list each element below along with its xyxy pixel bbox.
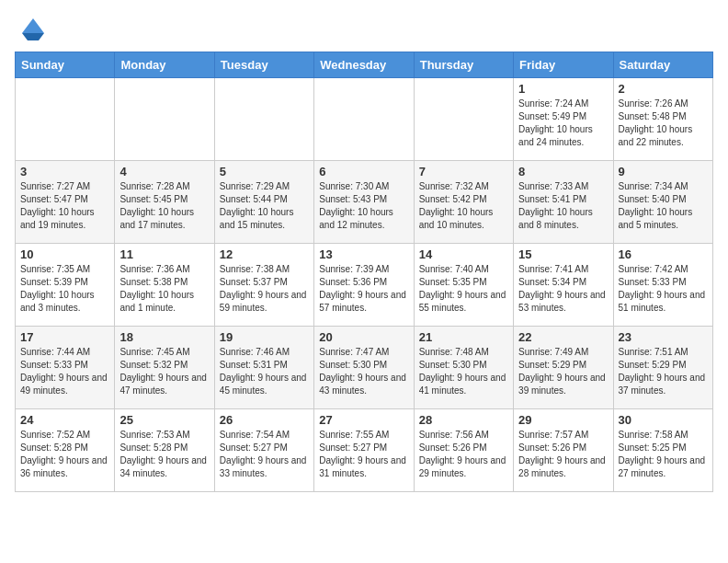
calendar-cell: 2Sunrise: 7:26 AM Sunset: 5:48 PM Daylig… bbox=[613, 78, 712, 161]
day-info: Sunrise: 7:35 AM Sunset: 5:39 PM Dayligh… bbox=[20, 263, 109, 315]
day-number: 9 bbox=[619, 165, 708, 178]
calendar-week-row: 24Sunrise: 7:52 AM Sunset: 5:28 PM Dayli… bbox=[16, 409, 713, 492]
day-number: 17 bbox=[20, 330, 109, 344]
calendar-cell: 28Sunrise: 7:56 AM Sunset: 5:26 PM Dayli… bbox=[414, 409, 513, 492]
day-info: Sunrise: 7:27 AM Sunset: 5:47 PM Dayligh… bbox=[20, 180, 109, 232]
calendar-body: 1Sunrise: 7:24 AM Sunset: 5:49 PM Daylig… bbox=[16, 78, 713, 492]
day-number: 11 bbox=[119, 247, 209, 261]
calendar-cell: 4Sunrise: 7:28 AM Sunset: 5:45 PM Daylig… bbox=[115, 161, 214, 244]
calendar-cell: 22Sunrise: 7:49 AM Sunset: 5:29 PM Dayli… bbox=[514, 327, 613, 409]
header-day: Wednesday bbox=[314, 52, 414, 78]
day-number: 22 bbox=[518, 330, 608, 344]
day-number: 30 bbox=[619, 413, 708, 427]
header-day: Thursday bbox=[414, 52, 513, 78]
calendar-cell bbox=[314, 78, 414, 161]
calendar-cell: 12Sunrise: 7:38 AM Sunset: 5:37 PM Dayli… bbox=[214, 244, 313, 327]
calendar-week-row: 17Sunrise: 7:44 AM Sunset: 5:33 PM Dayli… bbox=[16, 327, 713, 409]
calendar-cell bbox=[16, 78, 115, 161]
day-info: Sunrise: 7:40 AM Sunset: 5:35 PM Dayligh… bbox=[419, 263, 508, 315]
day-number: 6 bbox=[319, 165, 408, 178]
header-day: Monday bbox=[115, 52, 214, 78]
calendar-cell: 11Sunrise: 7:36 AM Sunset: 5:38 PM Dayli… bbox=[115, 244, 214, 327]
day-number: 12 bbox=[220, 247, 309, 261]
calendar-cell: 1Sunrise: 7:24 AM Sunset: 5:49 PM Daylig… bbox=[514, 78, 613, 161]
day-number: 5 bbox=[220, 165, 309, 178]
day-number: 21 bbox=[419, 330, 508, 344]
day-info: Sunrise: 7:26 AM Sunset: 5:48 PM Dayligh… bbox=[619, 98, 708, 149]
calendar-cell: 24Sunrise: 7:52 AM Sunset: 5:28 PM Dayli… bbox=[16, 409, 115, 492]
calendar-cell: 17Sunrise: 7:44 AM Sunset: 5:33 PM Dayli… bbox=[16, 327, 115, 409]
day-number: 29 bbox=[518, 413, 608, 427]
day-info: Sunrise: 7:56 AM Sunset: 5:26 PM Dayligh… bbox=[419, 429, 508, 480]
day-info: Sunrise: 7:29 AM Sunset: 5:44 PM Dayligh… bbox=[220, 180, 309, 232]
calendar-table: SundayMondayTuesdayWednesdayThursdayFrid… bbox=[15, 52, 713, 492]
calendar-week-row: 1Sunrise: 7:24 AM Sunset: 5:49 PM Daylig… bbox=[16, 78, 713, 161]
day-info: Sunrise: 7:46 AM Sunset: 5:31 PM Dayligh… bbox=[220, 346, 309, 397]
day-number: 27 bbox=[319, 413, 408, 427]
day-info: Sunrise: 7:44 AM Sunset: 5:33 PM Dayligh… bbox=[20, 346, 109, 397]
day-number: 1 bbox=[518, 82, 608, 96]
calendar-cell: 21Sunrise: 7:48 AM Sunset: 5:30 PM Dayli… bbox=[414, 327, 513, 409]
calendar-cell: 29Sunrise: 7:57 AM Sunset: 5:26 PM Dayli… bbox=[514, 409, 613, 492]
day-number: 18 bbox=[119, 330, 209, 344]
svg-marker-1 bbox=[22, 33, 44, 40]
day-number: 23 bbox=[619, 330, 708, 344]
calendar-cell bbox=[214, 78, 313, 161]
calendar-cell: 23Sunrise: 7:51 AM Sunset: 5:29 PM Dayli… bbox=[613, 327, 712, 409]
day-info: Sunrise: 7:36 AM Sunset: 5:38 PM Dayligh… bbox=[119, 263, 209, 315]
calendar-cell: 16Sunrise: 7:42 AM Sunset: 5:33 PM Dayli… bbox=[613, 244, 712, 327]
calendar-cell: 3Sunrise: 7:27 AM Sunset: 5:47 PM Daylig… bbox=[16, 161, 115, 244]
calendar-cell: 10Sunrise: 7:35 AM Sunset: 5:39 PM Dayli… bbox=[16, 244, 115, 327]
svg-marker-0 bbox=[22, 18, 44, 33]
calendar-cell: 9Sunrise: 7:34 AM Sunset: 5:40 PM Daylig… bbox=[613, 161, 712, 244]
day-number: 16 bbox=[619, 247, 708, 261]
calendar-cell: 6Sunrise: 7:30 AM Sunset: 5:43 PM Daylig… bbox=[314, 161, 414, 244]
calendar-cell bbox=[115, 78, 214, 161]
day-number: 15 bbox=[518, 247, 608, 261]
day-number: 25 bbox=[119, 413, 209, 427]
day-info: Sunrise: 7:42 AM Sunset: 5:33 PM Dayligh… bbox=[619, 263, 708, 315]
calendar-cell: 18Sunrise: 7:45 AM Sunset: 5:32 PM Dayli… bbox=[115, 327, 214, 409]
day-info: Sunrise: 7:51 AM Sunset: 5:29 PM Dayligh… bbox=[619, 346, 708, 397]
calendar-cell: 26Sunrise: 7:54 AM Sunset: 5:27 PM Dayli… bbox=[214, 409, 313, 492]
day-info: Sunrise: 7:39 AM Sunset: 5:36 PM Dayligh… bbox=[319, 263, 408, 315]
day-info: Sunrise: 7:53 AM Sunset: 5:28 PM Dayligh… bbox=[119, 429, 209, 480]
calendar-cell: 5Sunrise: 7:29 AM Sunset: 5:44 PM Daylig… bbox=[214, 161, 313, 244]
header-day: Tuesday bbox=[214, 52, 313, 78]
calendar-cell: 7Sunrise: 7:32 AM Sunset: 5:42 PM Daylig… bbox=[414, 161, 513, 244]
logo bbox=[15, 15, 48, 44]
calendar-cell: 27Sunrise: 7:55 AM Sunset: 5:27 PM Dayli… bbox=[314, 409, 414, 492]
day-number: 28 bbox=[419, 413, 508, 427]
calendar-cell: 13Sunrise: 7:39 AM Sunset: 5:36 PM Dayli… bbox=[314, 244, 414, 327]
header-row: SundayMondayTuesdayWednesdayThursdayFrid… bbox=[16, 52, 713, 78]
day-info: Sunrise: 7:28 AM Sunset: 5:45 PM Dayligh… bbox=[119, 180, 209, 232]
calendar-cell: 30Sunrise: 7:58 AM Sunset: 5:25 PM Dayli… bbox=[613, 409, 712, 492]
day-number: 8 bbox=[518, 165, 608, 178]
day-number: 26 bbox=[220, 413, 309, 427]
day-info: Sunrise: 7:58 AM Sunset: 5:25 PM Dayligh… bbox=[619, 429, 708, 480]
day-info: Sunrise: 7:34 AM Sunset: 5:40 PM Dayligh… bbox=[619, 180, 708, 232]
calendar-cell: 20Sunrise: 7:47 AM Sunset: 5:30 PM Dayli… bbox=[314, 327, 414, 409]
calendar-week-row: 3Sunrise: 7:27 AM Sunset: 5:47 PM Daylig… bbox=[16, 161, 713, 244]
day-info: Sunrise: 7:48 AM Sunset: 5:30 PM Dayligh… bbox=[419, 346, 508, 397]
day-number: 19 bbox=[220, 330, 309, 344]
day-number: 20 bbox=[319, 330, 408, 344]
day-number: 14 bbox=[419, 247, 508, 261]
day-info: Sunrise: 7:47 AM Sunset: 5:30 PM Dayligh… bbox=[319, 346, 408, 397]
day-number: 24 bbox=[20, 413, 109, 427]
day-info: Sunrise: 7:24 AM Sunset: 5:49 PM Dayligh… bbox=[518, 98, 608, 149]
header-day: Sunday bbox=[16, 52, 115, 78]
calendar-cell: 14Sunrise: 7:40 AM Sunset: 5:35 PM Dayli… bbox=[414, 244, 513, 327]
day-info: Sunrise: 7:33 AM Sunset: 5:41 PM Dayligh… bbox=[518, 180, 608, 232]
calendar-cell: 25Sunrise: 7:53 AM Sunset: 5:28 PM Dayli… bbox=[115, 409, 214, 492]
page-header bbox=[15, 15, 713, 44]
day-info: Sunrise: 7:30 AM Sunset: 5:43 PM Dayligh… bbox=[319, 180, 408, 232]
header-day: Friday bbox=[514, 52, 613, 78]
day-number: 2 bbox=[619, 82, 708, 96]
day-info: Sunrise: 7:57 AM Sunset: 5:26 PM Dayligh… bbox=[518, 429, 608, 480]
day-info: Sunrise: 7:54 AM Sunset: 5:27 PM Dayligh… bbox=[220, 429, 309, 480]
day-number: 4 bbox=[119, 165, 209, 178]
header-day: Saturday bbox=[613, 52, 712, 78]
day-number: 7 bbox=[419, 165, 508, 178]
day-info: Sunrise: 7:45 AM Sunset: 5:32 PM Dayligh… bbox=[119, 346, 209, 397]
